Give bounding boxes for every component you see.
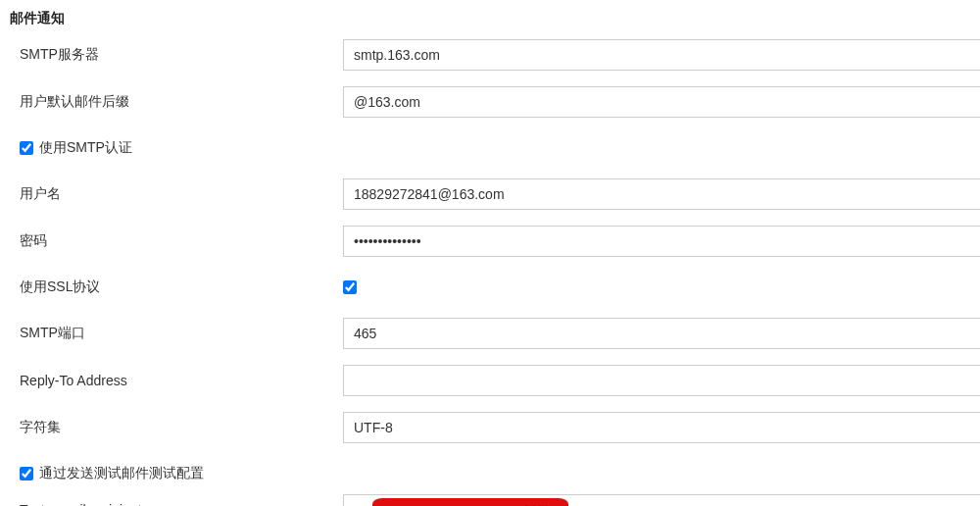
checkbox-smtp-auth[interactable] <box>20 141 33 155</box>
label-smtp-auth: 使用SMTP认证 <box>39 139 132 157</box>
row-smtp-auth: 使用SMTP认证 <box>10 133 980 163</box>
row-email-suffix: 用户默认邮件后缀 <box>10 86 980 118</box>
row-smtp-port: SMTP端口 <box>10 318 980 349</box>
row-reply-to: Reply-To Address <box>10 365 980 396</box>
redacted-overlay <box>372 498 568 506</box>
label-test-send: 通过发送测试邮件测试配置 <box>39 465 204 482</box>
input-reply-to[interactable] <box>343 365 980 396</box>
row-test-send: 通过发送测试邮件测试配置 <box>10 459 980 488</box>
checkbox-ssl[interactable] <box>343 280 357 294</box>
input-smtp-port[interactable] <box>343 318 980 349</box>
input-charset[interactable] <box>343 412 980 443</box>
checkbox-test-send[interactable] <box>20 467 33 481</box>
section-title: 邮件通知 <box>10 10 980 27</box>
label-charset: 字符集 <box>20 419 61 436</box>
input-username[interactable] <box>343 178 980 210</box>
label-smtp-port: SMTP端口 <box>20 325 85 342</box>
row-test-recipient: Test e-mail recipient .com <box>10 494 980 506</box>
row-ssl: 使用SSL协议 <box>10 273 980 302</box>
label-username: 用户名 <box>20 185 61 203</box>
row-username: 用户名 <box>10 178 980 210</box>
input-email-suffix[interactable] <box>343 86 980 118</box>
label-test-recipient: Test e-mail recipient <box>20 502 142 506</box>
label-smtp-server: SMTP服务器 <box>20 46 99 64</box>
label-ssl: 使用SSL协议 <box>20 278 100 296</box>
label-reply-to: Reply-To Address <box>20 373 127 388</box>
label-email-suffix: 用户默认邮件后缀 <box>20 93 129 111</box>
row-smtp-server: SMTP服务器 <box>10 39 980 71</box>
input-smtp-server[interactable] <box>343 39 980 71</box>
row-charset: 字符集 <box>10 412 980 443</box>
row-password: 密码 <box>10 226 980 257</box>
label-password: 密码 <box>20 232 47 250</box>
input-password[interactable] <box>343 226 980 257</box>
